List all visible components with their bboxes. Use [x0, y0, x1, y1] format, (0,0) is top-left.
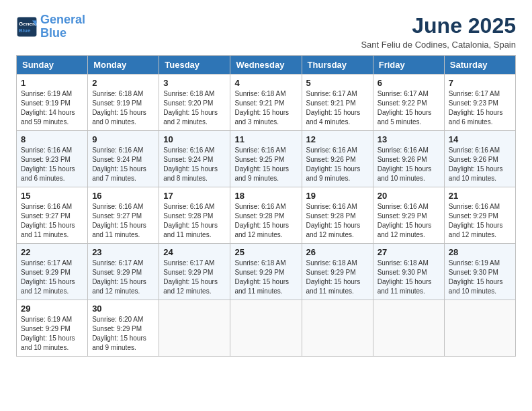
day-info: Sunrise: 6:20 AMSunset: 9:29 PMDaylight:…: [92, 315, 154, 353]
page: General Blue General Blue June 2025 Sant…: [0, 0, 532, 370]
title-block: June 2025 Sant Feliu de Codines, Catalon…: [361, 13, 516, 50]
calendar-cell: 12Sunrise: 6:16 AMSunset: 9:26 PMDayligh…: [302, 131, 373, 187]
day-info: Sunrise: 6:17 AMSunset: 9:29 PMDaylight:…: [21, 259, 83, 296]
day-info: Sunrise: 6:17 AMSunset: 9:29 PMDaylight:…: [163, 259, 226, 296]
day-info: Sunrise: 6:16 AMSunset: 9:27 PMDaylight:…: [92, 202, 154, 240]
day-info: Sunrise: 6:16 AMSunset: 9:26 PMDaylight:…: [378, 146, 440, 183]
logo-blue: Blue: [40, 26, 66, 40]
calendar-cell: 10Sunrise: 6:16 AMSunset: 9:24 PMDayligh…: [159, 131, 230, 187]
calendar-day-header: Tuesday: [159, 56, 230, 75]
day-number: 13: [378, 134, 440, 144]
calendar-cell: 2Sunrise: 6:18 AMSunset: 9:19 PMDaylight…: [88, 75, 159, 131]
calendar-cell: 4Sunrise: 6:18 AMSunset: 9:21 PMDaylight…: [230, 75, 302, 131]
day-number: 19: [306, 191, 369, 201]
day-info: Sunrise: 6:16 AMSunset: 9:27 PMDaylight:…: [21, 202, 83, 240]
day-info: Sunrise: 6:16 AMSunset: 9:28 PMDaylight:…: [163, 202, 226, 240]
day-info: Sunrise: 6:16 AMSunset: 9:26 PMDaylight:…: [449, 146, 511, 183]
day-number: 6: [378, 78, 440, 88]
calendar-cell: 16Sunrise: 6:16 AMSunset: 9:27 PMDayligh…: [88, 187, 159, 244]
day-number: 15: [21, 191, 83, 201]
day-number: 28: [449, 247, 511, 257]
calendar-cell: 15Sunrise: 6:16 AMSunset: 9:27 PMDayligh…: [17, 187, 88, 244]
calendar-week-row: 29Sunrise: 6:19 AMSunset: 9:29 PMDayligh…: [17, 300, 516, 357]
day-number: 29: [21, 304, 83, 314]
day-number: 23: [92, 247, 154, 257]
day-number: 14: [449, 134, 511, 144]
calendar-cell: [302, 300, 373, 357]
logo-text: General Blue: [40, 13, 85, 40]
day-info: Sunrise: 6:17 AMSunset: 9:22 PMDaylight:…: [378, 89, 440, 127]
calendar-cell: 23Sunrise: 6:17 AMSunset: 9:29 PMDayligh…: [88, 244, 159, 300]
calendar-cell: [159, 300, 230, 357]
calendar-cell: 1Sunrise: 6:19 AMSunset: 9:19 PMDaylight…: [17, 75, 88, 131]
day-number: 17: [163, 191, 226, 201]
day-number: 30: [92, 304, 154, 314]
calendar-day-header: Wednesday: [230, 56, 302, 75]
calendar-header-row: SundayMondayTuesdayWednesdayThursdayFrid…: [17, 56, 516, 75]
day-number: 24: [163, 247, 226, 257]
calendar-day-header: Monday: [88, 56, 159, 75]
calendar-cell: 21Sunrise: 6:16 AMSunset: 9:29 PMDayligh…: [444, 187, 515, 244]
svg-text:Blue: Blue: [19, 28, 31, 34]
day-info: Sunrise: 6:16 AMSunset: 9:26 PMDaylight:…: [306, 146, 369, 183]
calendar-cell: 28Sunrise: 6:19 AMSunset: 9:30 PMDayligh…: [444, 244, 515, 300]
day-info: Sunrise: 6:17 AMSunset: 9:29 PMDaylight:…: [92, 259, 154, 296]
day-number: 7: [449, 78, 511, 88]
calendar-day-header: Saturday: [444, 56, 515, 75]
calendar-cell: [373, 300, 444, 357]
day-info: Sunrise: 6:18 AMSunset: 9:29 PMDaylight:…: [306, 259, 369, 296]
calendar-cell: 14Sunrise: 6:16 AMSunset: 9:26 PMDayligh…: [444, 131, 515, 187]
calendar-cell: 8Sunrise: 6:16 AMSunset: 9:23 PMDaylight…: [17, 131, 88, 187]
day-info: Sunrise: 6:18 AMSunset: 9:30 PMDaylight:…: [378, 259, 440, 296]
day-number: 25: [234, 247, 297, 257]
calendar-cell: 19Sunrise: 6:16 AMSunset: 9:28 PMDayligh…: [302, 187, 373, 244]
month-title: June 2025: [361, 13, 516, 38]
day-info: Sunrise: 6:16 AMSunset: 9:24 PMDaylight:…: [92, 146, 154, 183]
day-number: 8: [21, 134, 83, 144]
day-info: Sunrise: 6:17 AMSunset: 9:23 PMDaylight:…: [449, 89, 511, 127]
calendar-cell: [230, 300, 302, 357]
calendar-table: SundayMondayTuesdayWednesdayThursdayFrid…: [16, 55, 516, 357]
calendar-cell: 20Sunrise: 6:16 AMSunset: 9:29 PMDayligh…: [373, 187, 444, 244]
calendar-cell: 11Sunrise: 6:16 AMSunset: 9:25 PMDayligh…: [230, 131, 302, 187]
calendar-week-row: 8Sunrise: 6:16 AMSunset: 9:23 PMDaylight…: [17, 131, 516, 187]
day-info: Sunrise: 6:16 AMSunset: 9:29 PMDaylight:…: [449, 202, 511, 240]
day-number: 3: [163, 78, 226, 88]
day-info: Sunrise: 6:16 AMSunset: 9:24 PMDaylight:…: [163, 146, 226, 183]
day-info: Sunrise: 6:17 AMSunset: 9:21 PMDaylight:…: [306, 89, 369, 127]
calendar-cell: 30Sunrise: 6:20 AMSunset: 9:29 PMDayligh…: [88, 300, 159, 357]
day-info: Sunrise: 6:16 AMSunset: 9:28 PMDaylight:…: [306, 202, 369, 240]
day-number: 9: [92, 134, 154, 144]
day-number: 1: [21, 78, 83, 88]
day-info: Sunrise: 6:18 AMSunset: 9:19 PMDaylight:…: [92, 89, 154, 127]
day-info: Sunrise: 6:18 AMSunset: 9:21 PMDaylight:…: [234, 89, 297, 127]
calendar-cell: 9Sunrise: 6:16 AMSunset: 9:24 PMDaylight…: [88, 131, 159, 187]
day-info: Sunrise: 6:19 AMSunset: 9:19 PMDaylight:…: [21, 89, 83, 127]
location-subtitle: Sant Feliu de Codines, Catalonia, Spain: [361, 40, 516, 50]
day-info: Sunrise: 6:16 AMSunset: 9:29 PMDaylight:…: [378, 202, 440, 240]
calendar-cell: 17Sunrise: 6:16 AMSunset: 9:28 PMDayligh…: [159, 187, 230, 244]
day-number: 26: [306, 247, 369, 257]
logo-general: General: [40, 13, 85, 26]
calendar-cell: 5Sunrise: 6:17 AMSunset: 9:21 PMDaylight…: [302, 75, 373, 131]
calendar-week-row: 1Sunrise: 6:19 AMSunset: 9:19 PMDaylight…: [17, 75, 516, 131]
calendar-cell: 22Sunrise: 6:17 AMSunset: 9:29 PMDayligh…: [17, 244, 88, 300]
day-number: 16: [92, 191, 154, 201]
calendar-cell: 26Sunrise: 6:18 AMSunset: 9:29 PMDayligh…: [302, 244, 373, 300]
calendar-cell: 3Sunrise: 6:18 AMSunset: 9:20 PMDaylight…: [159, 75, 230, 131]
day-number: 21: [449, 191, 511, 201]
calendar-cell: [444, 300, 515, 357]
calendar-day-header: Friday: [373, 56, 444, 75]
calendar-week-row: 22Sunrise: 6:17 AMSunset: 9:29 PMDayligh…: [17, 244, 516, 300]
calendar-cell: 25Sunrise: 6:18 AMSunset: 9:29 PMDayligh…: [230, 244, 302, 300]
calendar-cell: 27Sunrise: 6:18 AMSunset: 9:30 PMDayligh…: [373, 244, 444, 300]
day-number: 10: [163, 134, 226, 144]
day-info: Sunrise: 6:19 AMSunset: 9:29 PMDaylight:…: [21, 315, 83, 353]
day-number: 11: [234, 134, 297, 144]
calendar-day-header: Thursday: [302, 56, 373, 75]
day-info: Sunrise: 6:19 AMSunset: 9:30 PMDaylight:…: [449, 259, 511, 296]
calendar-cell: 7Sunrise: 6:17 AMSunset: 9:23 PMDaylight…: [444, 75, 515, 131]
day-number: 27: [378, 247, 440, 257]
day-info: Sunrise: 6:18 AMSunset: 9:29 PMDaylight:…: [234, 259, 297, 296]
day-number: 18: [234, 191, 297, 201]
